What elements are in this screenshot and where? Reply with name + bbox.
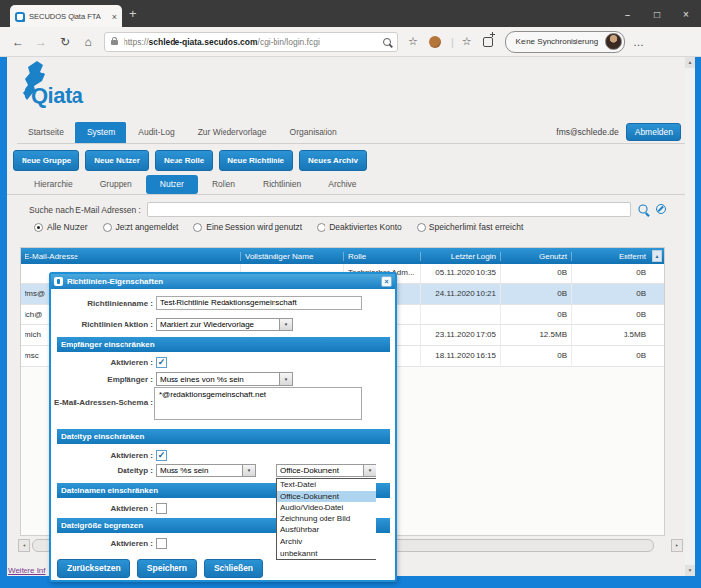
new-tab-button[interactable]: + xyxy=(129,7,137,20)
action-button[interactable]: Neue Gruppe xyxy=(13,150,79,171)
column-header[interactable]: Genutzt xyxy=(500,252,571,261)
home-icon[interactable]: ⌂ xyxy=(76,35,100,49)
zoom-icon[interactable] xyxy=(383,38,391,46)
chevron-down-icon[interactable]: ▼ xyxy=(363,465,376,476)
nav-item[interactable]: Startseite xyxy=(17,122,75,143)
recipient-rule-select[interactable]: Muss eines von %s sein ▼ xyxy=(156,372,293,386)
sort-asc-icon[interactable]: ▲ xyxy=(652,250,662,262)
scroll-right-icon[interactable]: ► xyxy=(671,539,683,552)
filter-option[interactable]: Speicherlimit fast erreicht xyxy=(417,222,523,232)
dropdown-option[interactable]: unbekannt xyxy=(277,548,376,560)
filename-activate-checkbox[interactable] xyxy=(156,503,167,514)
profile-avatar xyxy=(605,33,622,50)
tab-title: SECUDOS Qiata FTA xyxy=(29,12,109,21)
dropdown-option[interactable]: Zeichnung oder Bild xyxy=(277,514,376,525)
action-button[interactable]: Neues Archiv xyxy=(299,150,367,171)
tab-close-icon[interactable]: × xyxy=(112,12,117,22)
maximize-button[interactable]: □ xyxy=(642,0,672,27)
action-button[interactable]: Neue Nutzer xyxy=(85,150,149,171)
sub-tab[interactable]: Rollen xyxy=(198,175,249,194)
logout-button[interactable]: Abmelden xyxy=(626,123,681,141)
policy-name-label: Richtlinienname : xyxy=(51,299,153,308)
sync-status-button[interactable]: Keine Synchronisierung xyxy=(505,31,626,53)
dropdown-option[interactable]: Ausführbar xyxy=(277,524,376,536)
search-icon[interactable] xyxy=(638,204,647,213)
filter-option[interactable]: Eine Session wird genutzt xyxy=(193,222,302,232)
column-header[interactable]: Rolle xyxy=(343,252,420,261)
dropdown-option[interactable]: Text-Datei xyxy=(277,479,376,491)
filter-option[interactable]: Deaktiviertes Konto xyxy=(317,222,402,232)
column-header[interactable]: Letzter Login xyxy=(420,252,500,261)
dialog-close-icon[interactable]: × xyxy=(381,276,392,287)
policy-name-input[interactable]: Test-Richtlinie Redaktionsgemeinschaft xyxy=(156,296,362,310)
chevron-down-icon[interactable]: ▼ xyxy=(279,318,292,330)
dropdown-option[interactable]: Office-Dokument xyxy=(277,491,376,503)
scroll-up-icon[interactable]: ▲ xyxy=(685,57,695,68)
radio-icon[interactable] xyxy=(193,223,202,232)
sub-tab[interactable]: Nutzer xyxy=(146,175,198,194)
browser-titlebar: SECUDOS Qiata FTA × + – □ × xyxy=(0,0,701,27)
dialog-titlebar[interactable]: Richtlinien-Eigenschaften × xyxy=(51,274,395,289)
cell-used: 0B xyxy=(500,305,571,324)
radio-icon[interactable] xyxy=(34,223,43,232)
user-email: fms@schlede.de xyxy=(556,127,618,137)
refresh-icon[interactable]: ↻ xyxy=(53,35,76,49)
browser-tab[interactable]: SECUDOS Qiata FTA × xyxy=(10,5,122,27)
column-header[interactable]: Vollständiger Name xyxy=(240,252,343,261)
sub-tab[interactable]: Hierarchie xyxy=(21,175,86,194)
scroll-left-icon[interactable]: ◄ xyxy=(18,539,30,552)
recipient-activate-checkbox[interactable]: ✓ xyxy=(156,357,167,368)
policy-action-select[interactable]: Markiert zur Wiedervorlage ▼ xyxy=(156,318,293,331)
forward-icon[interactable]: → xyxy=(29,35,53,49)
chevron-down-icon[interactable]: ▼ xyxy=(279,373,292,385)
filter-option[interactable]: Alle Nutzer xyxy=(34,222,88,232)
filter-option[interactable]: Jetzt angemeldet xyxy=(103,222,179,232)
collections-icon[interactable] xyxy=(483,37,493,47)
search-input[interactable] xyxy=(147,202,631,217)
table-header: E-Mail-Adresse Vollständiger Name Rolle … xyxy=(21,248,664,264)
user-box: fms@schlede.de Abmelden xyxy=(556,123,685,141)
save-button[interactable]: Speichern xyxy=(137,559,197,578)
sub-tab[interactable]: Archive xyxy=(315,175,370,194)
scroll-down-icon[interactable]: ▼ xyxy=(685,565,695,576)
chevron-down-icon[interactable]: ▼ xyxy=(242,465,255,476)
filetype-value-select[interactable]: Office-Dokument ▼ xyxy=(276,464,376,477)
email-schema-textarea[interactable]: *@redaktionsgemeinschaft.net xyxy=(154,387,362,420)
vertical-scrollbar[interactable]: ▲ ▼ xyxy=(685,57,695,576)
filetype-rule-select[interactable]: Muss %s sein ▼ xyxy=(156,464,256,477)
screenshot-root: SECUDOS Qiata FTA × + – □ × ← → ↻ ⌂ http… xyxy=(0,0,701,588)
filesize-activate-checkbox[interactable] xyxy=(156,538,167,549)
filetype-activate-checkbox[interactable]: ✓ xyxy=(156,450,167,461)
action-button[interactable]: Neue Rolle xyxy=(155,150,213,171)
browser-menu-icon[interactable]: … xyxy=(633,36,645,48)
extension-icon[interactable] xyxy=(429,36,441,48)
back-icon[interactable]: ← xyxy=(6,35,29,49)
nav-item[interactable]: Zur Wiedervorlage xyxy=(186,122,278,143)
close-button[interactable]: Schließen xyxy=(204,559,263,578)
column-header[interactable]: E-Mail-Adresse xyxy=(21,252,240,261)
close-window-button[interactable]: × xyxy=(672,0,701,27)
nav-item[interactable]: System xyxy=(75,122,126,143)
radio-icon[interactable] xyxy=(317,223,325,232)
favorite-star-icon[interactable]: ☆ xyxy=(408,36,418,47)
address-bar[interactable]: https://schlede-qiata.secudos.com/cgi-bi… xyxy=(104,32,398,52)
main-navigation: Startseite System Audit-Log Zur Wiedervo… xyxy=(17,122,685,144)
column-header[interactable]: Entfernt xyxy=(571,252,650,261)
cell-last-login: 05.11.2020 10:35 xyxy=(420,264,500,283)
sub-tab[interactable]: Richtlinien xyxy=(249,175,315,194)
action-button[interactable]: Neue Richtlinie xyxy=(219,150,293,171)
clear-search-icon[interactable] xyxy=(656,204,666,214)
sub-tab[interactable]: Gruppen xyxy=(86,175,146,194)
sort-cell[interactable]: ▲ xyxy=(650,250,664,262)
tabs-divider xyxy=(7,194,685,195)
reset-button[interactable]: Zurücksetzen xyxy=(57,559,130,578)
nav-item[interactable]: Organisation xyxy=(278,122,349,143)
dropdown-option[interactable]: Audio/Video-Datei xyxy=(277,502,376,514)
favorites-bar-icon[interactable]: ☆ xyxy=(462,36,472,47)
radio-icon[interactable] xyxy=(417,223,426,232)
nav-item[interactable]: Audit-Log xyxy=(126,122,185,143)
dropdown-option[interactable]: Archiv xyxy=(277,536,376,548)
minimize-button[interactable]: – xyxy=(613,0,642,27)
more-info-link[interactable]: Weitere Inf xyxy=(8,566,46,575)
radio-icon[interactable] xyxy=(103,223,112,232)
